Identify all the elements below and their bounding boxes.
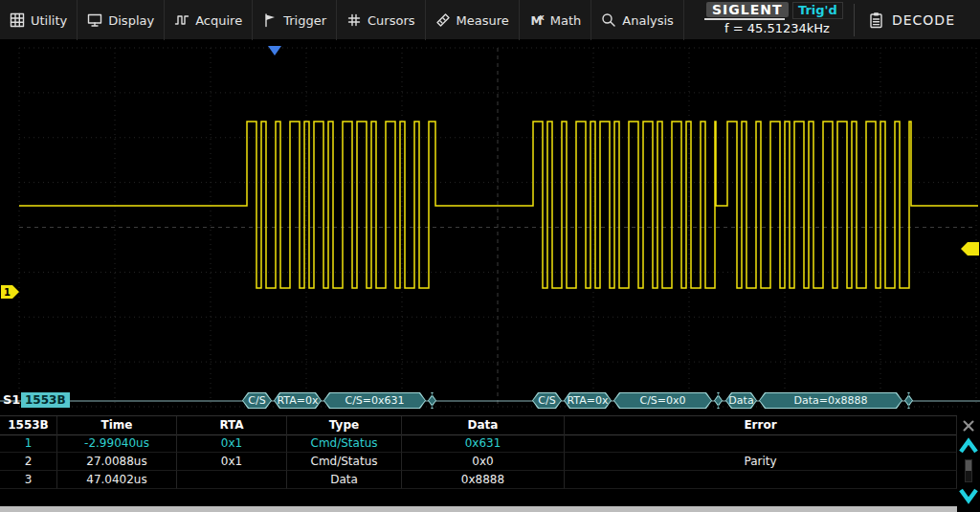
analysis-magnifier-icon bbox=[601, 12, 616, 28]
table-cell: 0x8888 bbox=[402, 471, 565, 489]
oscilloscope-screen: Utility Display Acquire bbox=[0, 0, 980, 512]
siglent-logo-underline bbox=[704, 18, 785, 20]
table-cell: Parity bbox=[565, 453, 957, 471]
decode-clipboard-icon bbox=[868, 11, 884, 29]
col-header-type: Type bbox=[287, 416, 402, 435]
menu-label: Measure bbox=[457, 13, 509, 28]
top-menu-bar: Utility Display Acquire bbox=[0, 0, 980, 40]
menu-item-analysis[interactable]: Analysis bbox=[591, 0, 684, 40]
svg-text:x: x bbox=[539, 13, 545, 22]
acquire-icon bbox=[174, 12, 189, 28]
table-cell bbox=[565, 471, 957, 489]
close-table-button[interactable] bbox=[959, 417, 978, 434]
trigger-status-badge: Trig'd bbox=[792, 2, 843, 19]
table-cell: 3 bbox=[0, 471, 57, 489]
table-row[interactable]: 227.0088us0x1Cmd/Status0x0Parity bbox=[0, 453, 957, 471]
table-header-row: 1553B Time RTA Type Data Error bbox=[0, 416, 957, 434]
svg-text:1: 1 bbox=[4, 287, 11, 298]
col-header-rta: RTA bbox=[177, 416, 287, 435]
close-icon bbox=[961, 418, 976, 434]
brand-area: SIGLENT Trig'd f = 45.51234kHz bbox=[701, 0, 854, 40]
channel1-level-marker[interactable]: 1 bbox=[1, 285, 19, 299]
table-cell: Cmd/Status bbox=[287, 453, 402, 471]
table-cell: 2 bbox=[0, 453, 57, 471]
utility-icon bbox=[10, 12, 25, 28]
menu-label: Acquire bbox=[195, 13, 242, 28]
siglent-logo: SIGLENT bbox=[706, 2, 789, 17]
menu-item-display[interactable]: Display bbox=[78, 0, 165, 40]
menu-label: Display bbox=[108, 13, 154, 28]
menu-item-cursors[interactable]: Cursors bbox=[337, 0, 426, 40]
table-cell: -2.99040us bbox=[57, 434, 177, 453]
measure-ruler-icon bbox=[435, 12, 451, 28]
menu-item-acquire[interactable]: Acquire bbox=[165, 0, 253, 40]
menu-item-math[interactable]: M x Math bbox=[520, 0, 592, 40]
ch1-waveform-trace bbox=[19, 122, 978, 288]
table-scroll-strip bbox=[957, 415, 980, 512]
menu-label: Trigger bbox=[283, 13, 326, 28]
menu-label: Cursors bbox=[368, 13, 415, 28]
math-icon: M x bbox=[529, 12, 545, 28]
trigger-position-marker[interactable] bbox=[268, 46, 281, 56]
main-menu: Utility Display Acquire bbox=[0, 0, 684, 40]
table-cell bbox=[565, 434, 957, 453]
trigger-frequency-readout: f = 45.51234kHz bbox=[701, 21, 854, 35]
col-header-time: Time bbox=[57, 416, 177, 435]
col-header-bus: 1553B bbox=[0, 416, 57, 435]
menu-label: Math bbox=[550, 13, 582, 28]
col-header-error: Error bbox=[565, 416, 957, 435]
col-header-data: Data bbox=[402, 416, 565, 435]
cursors-icon bbox=[346, 12, 362, 28]
table-cell: Cmd/Status bbox=[287, 434, 402, 453]
table-cell: 0x1 bbox=[177, 453, 287, 471]
table-row[interactable]: 347.0402usData0x8888 bbox=[0, 471, 957, 489]
table-cell: 27.0088us bbox=[57, 453, 177, 471]
trigger-level-marker[interactable] bbox=[961, 242, 979, 256]
menu-item-measure[interactable]: Measure bbox=[426, 0, 520, 40]
trigger-flag-icon bbox=[262, 12, 278, 28]
decode-label: DECODE bbox=[892, 12, 955, 28]
table-cell bbox=[177, 471, 287, 489]
scroll-down-button[interactable] bbox=[957, 484, 980, 505]
menu-label: Utility bbox=[31, 13, 67, 28]
table-cell: 0x0 bbox=[402, 453, 565, 471]
table-row[interactable]: 1-2.99040us0x1Cmd/Status0x631 bbox=[0, 434, 957, 453]
waveform-display-area: 1 S1 1553B C/SRTA=0xC/S=0x631C/SRTA=0xC/… bbox=[0, 40, 980, 415]
table-cell: 0x1 bbox=[177, 434, 287, 453]
menu-label: Analysis bbox=[622, 13, 674, 28]
horizontal-scrollbar[interactable] bbox=[0, 506, 957, 512]
status-cluster: SIGLENT Trig'd f = 45.51234kHz DECODE bbox=[701, 0, 980, 40]
menu-item-utility[interactable]: Utility bbox=[0, 0, 78, 40]
vertical-scrollbar[interactable] bbox=[965, 459, 972, 482]
display-icon bbox=[87, 12, 102, 28]
table-cell: 47.0402us bbox=[57, 471, 177, 489]
table-body: 1-2.99040us0x1Cmd/Status0x631227.0088us0… bbox=[0, 434, 957, 489]
table-cell: Data bbox=[287, 471, 402, 489]
scroll-up-button[interactable] bbox=[957, 436, 980, 457]
vertical-scrollbar-handle[interactable] bbox=[966, 460, 971, 471]
decode-result-table: 1553B Time RTA Type Data Error 1-2.99040… bbox=[0, 415, 957, 506]
table-cell: 0x631 bbox=[402, 434, 565, 453]
menu-item-trigger[interactable]: Trigger bbox=[253, 0, 337, 40]
scope-graticule-svg: 1 bbox=[0, 40, 980, 415]
table-cell: 1 bbox=[0, 434, 57, 453]
decode-menu-button[interactable]: DECODE bbox=[855, 0, 980, 40]
